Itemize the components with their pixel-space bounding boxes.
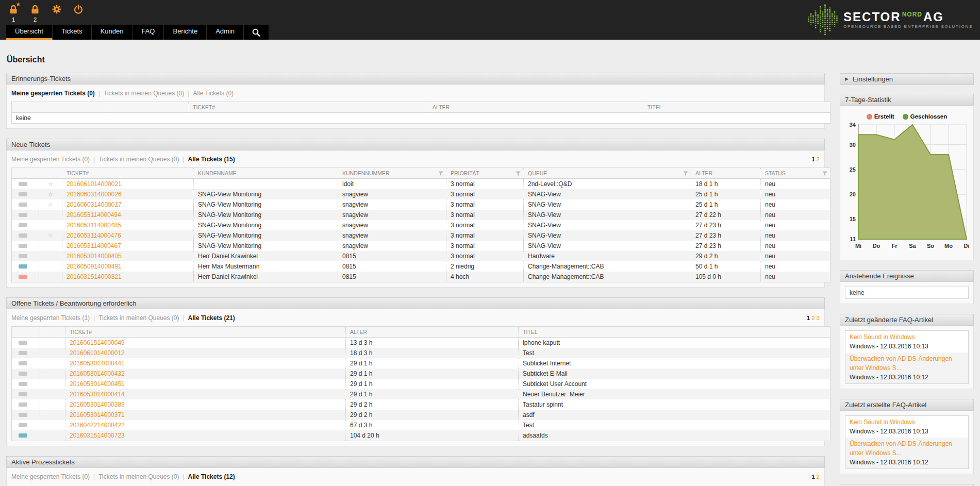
legend-item-erstellt[interactable]: Erstellt [867, 113, 894, 120]
watch-star-cell[interactable]: ☆ [39, 179, 62, 190]
erinnerungs-tab-2[interactable]: Alle Tickets (0) [193, 90, 234, 97]
filter-icon[interactable] [683, 171, 688, 177]
watch-star-cell[interactable]: ☆ [39, 199, 62, 210]
table-row[interactable]: ☆2016061014000021idoit3 normal2nd-Level:… [12, 179, 830, 190]
watch-star-cell[interactable] [39, 251, 62, 261]
erinnerungs-tab-0[interactable]: Meine gesperrten Tickets (0) [11, 90, 95, 97]
widget-header-faq-geaendert[interactable]: Zuletzt geänderte FAQ-Artikel [840, 314, 974, 326]
star-icon[interactable]: ☆ [48, 201, 54, 208]
column-header-alter[interactable]: ALTER [428, 102, 643, 113]
ticket-link[interactable]: 2016053114000494 [67, 211, 121, 219]
table-row[interactable]: 201605301400044129 d 1 hSubticket Intern… [12, 358, 830, 368]
column-header-ticket[interactable]: TICKET# [189, 102, 428, 113]
table-row[interactable]: 2016053114000467SNAG-View Monitoringsnag… [12, 241, 830, 251]
erinnerungs-tab-1[interactable]: Tickets in meinen Queues (0) [104, 90, 184, 97]
watch-star-cell[interactable] [40, 420, 65, 430]
sidebar-settings-toggle[interactable]: ▶ Einstellungen [840, 73, 974, 85]
column-header-ticket[interactable]: TICKET# [62, 168, 194, 179]
column-header-titel[interactable]: TITEL [643, 102, 830, 113]
offene-page-2[interactable]: 2 [811, 315, 815, 321]
table-row[interactable]: 2016031514000723104 d 20 hadsaafds [12, 430, 830, 441]
neue-page-2[interactable]: 2 [817, 156, 820, 162]
widget-header-erinnerungs[interactable]: Erinnerungs-Tickets [6, 73, 825, 85]
table-row[interactable]: 201605301400041429 d 1 hNeuer Benutzer: … [12, 389, 830, 399]
ticket-link[interactable]: 2016053014000405 [67, 253, 122, 260]
ticket-link[interactable]: 2016042214000422 [70, 422, 125, 429]
ticket-link[interactable]: 2016031514000723 [70, 432, 125, 439]
ticket-link[interactable]: 2016053114000467 [67, 242, 121, 249]
ticket-link[interactable]: 2016061014000012 [70, 349, 125, 357]
widget-header-offene[interactable]: Offene Tickets / Beantwortung erforderli… [6, 297, 825, 309]
widget-header-statistik[interactable]: 7-Tage-Statistik [840, 94, 974, 106]
ticket-link[interactable]: 2016053114000485 [67, 222, 121, 229]
watch-star-cell[interactable] [39, 241, 62, 251]
column-header-empty[interactable] [39, 168, 62, 179]
table-row[interactable]: 2016053114000494SNAG-View Monitoringsnag… [12, 210, 830, 220]
watch-star-cell[interactable] [40, 399, 65, 410]
offene-page-3[interactable]: 3 [817, 315, 820, 321]
column-header-alter[interactable]: ALTER [691, 168, 761, 179]
column-header-queue[interactable]: QUEUE [524, 168, 691, 179]
neue-tab-2[interactable]: Alle Tickets (15) [188, 156, 235, 163]
watch-star-cell[interactable] [40, 430, 65, 441]
table-row[interactable]: ☆2016060314000017SNAG-View Monitoringsna… [12, 199, 830, 210]
faq-article-link[interactable]: Überwachen von AD DS-Änderungen unter Wi… [850, 439, 964, 458]
filter-icon[interactable] [438, 171, 443, 177]
table-row[interactable]: 201604221400042267 d 3 hTest [12, 420, 830, 430]
watch-star-cell[interactable] [40, 410, 65, 420]
filter-icon[interactable] [822, 171, 827, 177]
column-header-ticket[interactable]: TICKET# [65, 327, 346, 338]
toolbar-locked-tickets[interactable]: 2 [29, 4, 41, 23]
watch-star-cell[interactable] [40, 358, 65, 368]
neue-tab-1[interactable]: Tickets in meinen Queues (0) [98, 156, 179, 163]
ticket-link[interactable]: 2016053014000371 [70, 411, 125, 418]
toolbar-preferences[interactable] [51, 4, 63, 23]
widget-header-faq-erstellt[interactable]: Zuletzt erstellte FAQ-Artikel [840, 399, 974, 411]
ticket-link[interactable]: 2016053014000414 [70, 391, 125, 398]
watch-star-cell[interactable] [39, 210, 62, 220]
offene-tab-1[interactable]: Tickets in meinen Queues (0) [98, 314, 179, 322]
watch-star-cell[interactable]: ☆ [39, 189, 62, 199]
toolbar-logout[interactable] [72, 4, 85, 23]
ticket-link[interactable]: 2016031514000321 [67, 273, 122, 280]
table-row[interactable]: 201605301400038929 d 2 hTastatur spinnt [12, 399, 830, 410]
column-header-kundennummer[interactable]: KUNDENNUMMER [338, 168, 446, 179]
prozess-tab-1[interactable]: Tickets in meinen Queues (0) [98, 473, 179, 480]
ticket-link[interactable]: 2016060314000017 [67, 201, 122, 208]
column-header-alter[interactable]: ALTER [346, 327, 519, 338]
table-row[interactable]: 2016031514000321Herr Daniel Krawinkel081… [12, 272, 830, 282]
column-header-status[interactable]: STATUS [761, 168, 830, 179]
offene-tab-2[interactable]: Alle Tickets (21) [188, 314, 235, 322]
column-header-empty[interactable] [40, 327, 65, 338]
prozess-tab-0[interactable]: Meine gesperrten Tickets (0) [11, 473, 90, 480]
star-icon[interactable]: ☆ [48, 180, 54, 188]
nav-item-berichte[interactable]: Berichte [164, 25, 207, 40]
column-header-empty[interactable] [12, 102, 111, 113]
table-row[interactable]: 2016053014000405Herr Daniel Krawinkel081… [12, 251, 830, 261]
star-icon[interactable]: ☆ [48, 191, 54, 198]
table-row[interactable]: 201606101400001218 d 3 hTest [12, 348, 830, 358]
column-header-titel[interactable]: TITEL [519, 327, 830, 338]
faq-article-link[interactable]: Kein Sound in Windows [850, 332, 964, 342]
watch-star-cell[interactable] [40, 389, 65, 399]
star-icon[interactable]: ☆ [48, 232, 54, 239]
faq-article-link[interactable]: Kein Sound in Windows [850, 417, 964, 427]
nav-item-faq[interactable]: FAQ [132, 25, 164, 40]
table-row[interactable]: 201605301400045129 d 1 hSubticket User A… [12, 379, 830, 389]
ticket-link[interactable]: 2016053114000476 [67, 232, 121, 239]
ticket-link[interactable]: 2016060314000026 [67, 191, 122, 198]
widget-header-prozess[interactable]: Aktive Prozesstickets [6, 456, 825, 468]
nav-item-admin[interactable]: Admin [207, 25, 244, 40]
toolbar-locked-tickets-new[interactable]: ★1 [7, 4, 20, 23]
offene-page-1[interactable]: 1 [807, 315, 810, 321]
column-header-empty[interactable] [111, 102, 189, 113]
offene-tab-0[interactable]: Meine gesperrten Tickets (1) [11, 314, 90, 322]
prozess-page-1[interactable]: 1 [811, 474, 815, 480]
table-row[interactable]: 201606151400004913 d 3 hiphone kaputt [12, 338, 830, 348]
watch-star-cell[interactable] [39, 220, 62, 230]
watch-star-cell[interactable]: ☆ [39, 230, 62, 241]
neue-tab-0[interactable]: Meine gesperrten Tickets (0) [11, 156, 90, 163]
watch-star-cell[interactable] [39, 261, 62, 272]
column-header-empty[interactable] [12, 168, 39, 179]
neue-page-1[interactable]: 1 [811, 156, 815, 162]
